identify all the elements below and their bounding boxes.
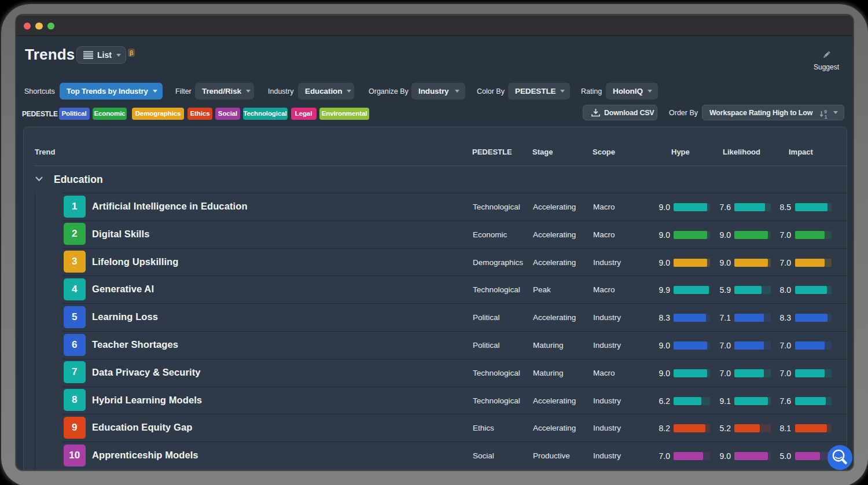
svg-text:1: 1 (825, 114, 827, 119)
